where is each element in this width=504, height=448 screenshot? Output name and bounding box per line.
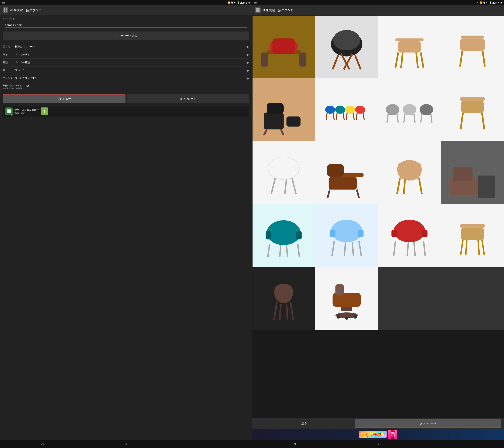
svg-point-50	[386, 104, 399, 115]
grid-item-5[interactable]	[252, 78, 315, 141]
right-recents-button[interactable]: □	[458, 440, 467, 447]
svg-rect-81	[296, 231, 302, 239]
svg-rect-60	[461, 101, 484, 113]
right-ad-banner[interactable]: 戦う女子校生	[252, 429, 504, 440]
count-input-wrapper[interactable]	[24, 84, 34, 89]
svg-line-82	[268, 244, 270, 257]
color-setting-row[interactable]: 色 フルカラー ▶	[3, 67, 249, 74]
ad-app-icon: 📊 ✕	[5, 108, 13, 115]
right-status-left: 📷 ☁	[254, 1, 260, 4]
grid-item-1[interactable]	[252, 16, 315, 78]
svg-line-32	[483, 51, 485, 67]
keyword-input[interactable]	[5, 23, 247, 28]
right-download-button[interactable]: ダウンロード	[355, 419, 501, 428]
svg-line-91	[352, 242, 353, 256]
svg-line-20	[355, 55, 361, 69]
grid-item-15[interactable]	[378, 204, 441, 267]
svg-rect-1	[6, 8, 7, 10]
svg-line-89	[332, 241, 334, 256]
ad-close-icon[interactable]: ✕	[11, 113, 13, 115]
right-wifi-icon: ▾▴	[486, 1, 488, 4]
filter-arrow-icon: ▶	[247, 76, 249, 80]
right-cloud-icon: ☁	[258, 1, 260, 4]
svg-line-104	[466, 240, 467, 255]
svg-rect-95	[422, 230, 428, 237]
grid-item-20[interactable]	[441, 267, 504, 330]
svg-line-51	[387, 114, 388, 123]
grid-item-18[interactable]	[315, 267, 378, 330]
left-recents-button[interactable]: □	[205, 440, 215, 447]
count-input[interactable]	[26, 85, 33, 88]
svg-point-93	[394, 220, 425, 242]
ad-banner[interactable]: 📊 ✕ アプリや音楽が無料に Google play ⬇	[3, 106, 249, 117]
ad-text: アプリや音楽が無料に	[14, 109, 39, 112]
back-button[interactable]: 戻る	[255, 420, 354, 428]
grid-item-11[interactable]	[378, 141, 441, 204]
camera-icon: 📷	[2, 1, 5, 4]
grid-item-13[interactable]	[252, 204, 315, 267]
svg-line-37	[281, 129, 284, 135]
ad-manga-title: 戦う女子校生	[361, 432, 384, 436]
right-screen: 📷 ☁ ⬡ 📶 ⏰ ▾▴ 🔋 20:47 🖼	[252, 0, 504, 448]
svg-point-86	[331, 220, 362, 242]
svg-rect-24	[398, 41, 421, 53]
grid-item-17[interactable]	[252, 267, 315, 330]
svg-rect-3	[6, 10, 6, 11]
svg-rect-94	[392, 230, 397, 237]
filter-setting-row[interactable]: フィルタ フィルタリングする ▶	[3, 74, 249, 82]
svg-rect-77	[453, 167, 472, 181]
right-ad-content: 戦う女子校生	[252, 430, 504, 439]
svg-line-28	[416, 53, 418, 68]
svg-rect-100	[460, 224, 485, 228]
svg-line-57	[421, 114, 422, 123]
right-status-bar: 📷 ☁ ⬡ 📶 ⏰ ▾▴ 🔋 20:47 🖼	[252, 0, 504, 5]
right-time: 20:47	[492, 1, 499, 4]
grid-item-12[interactable]	[441, 141, 504, 204]
color-value: フルカラー	[15, 69, 247, 72]
ad-download-icon[interactable]: ⬇	[41, 108, 48, 115]
right-nav-bar: ◁ ○ □	[252, 440, 504, 448]
grid-item-16[interactable]	[441, 204, 504, 267]
right-bluetooth-icon: ⬡	[477, 1, 479, 4]
size-setting-row[interactable]: サイズ すべてのサイズ ▶	[3, 51, 249, 59]
svg-line-99	[424, 241, 425, 256]
svg-line-43	[343, 113, 344, 120]
svg-line-71	[357, 190, 359, 198]
svg-line-39	[326, 113, 327, 120]
svg-line-19	[332, 55, 338, 69]
left-back-button[interactable]: ◁	[37, 440, 47, 447]
size-value: すべてのサイズ	[15, 53, 247, 56]
grid-item-14[interactable]	[315, 204, 378, 267]
signal-icon: 📶	[228, 1, 230, 4]
left-home-button[interactable]: ○	[122, 440, 131, 447]
grid-item-2[interactable]	[315, 16, 378, 78]
type-label: 種類	[3, 61, 15, 64]
grid-item-4[interactable]	[441, 16, 504, 78]
svg-line-36	[264, 129, 267, 135]
svg-line-58	[431, 114, 432, 123]
svg-line-102	[461, 240, 463, 255]
grid-item-7[interactable]	[378, 78, 441, 141]
left-nav-bar: ◁ ○ □	[0, 440, 252, 448]
save-arrow-icon: ▶	[247, 45, 249, 49]
save-setting-row[interactable]: 保存先 標準のストレージ ▶	[3, 43, 249, 51]
svg-rect-0	[4, 8, 5, 10]
grid-item-3[interactable]	[378, 16, 441, 78]
count-label: 取得件数(0～400)	[3, 84, 22, 87]
grid-item-9[interactable]	[252, 141, 315, 204]
right-back-button[interactable]: ◁	[289, 440, 299, 447]
type-setting-row[interactable]: 種類 すべての種類 ▶	[3, 59, 249, 67]
right-home-button[interactable]: ○	[374, 440, 383, 447]
right-status-right: ⬡ 📶 ⏰ ▾▴ 🔋 20:47 🖼	[477, 1, 502, 4]
grid-item-19[interactable]	[378, 267, 441, 330]
grid-item-10[interactable]	[315, 141, 378, 204]
left-download-button[interactable]: ダウンロード	[127, 94, 249, 103]
grid-item-6[interactable]	[315, 78, 378, 141]
preview-button[interactable]: プレビュー	[3, 94, 126, 103]
svg-point-47	[355, 106, 365, 114]
keyword-input-wrapper[interactable]	[3, 22, 249, 29]
grid-item-8[interactable]	[441, 78, 504, 141]
add-keyword-button[interactable]: ＋キーワード追加	[3, 32, 249, 40]
svg-line-52	[397, 114, 398, 123]
svg-rect-16	[272, 38, 295, 54]
